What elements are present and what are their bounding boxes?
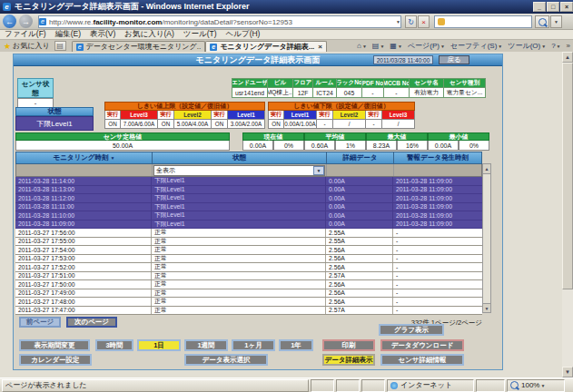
search-provider-icon [438,18,445,25]
url-text: http://www.re.facility-monitor.com/monit… [49,18,292,26]
home-icon[interactable]: ⌂▼ [357,42,367,50]
browser-scrollbar[interactable]: ▲ ▼ [562,52,573,377]
table-row[interactable]: 2011-03-27 17:51:00正常2.57A- [15,272,482,281]
data-detail-button[interactable]: データ詳細表示 [322,354,375,366]
header-time[interactable]: モニタリング時刻 ▼ [16,152,153,163]
table-scrollbar[interactable]: ▲ ▼ [482,163,491,313]
tools-menu[interactable]: ツール(O)▼ [508,41,546,51]
favorites-button[interactable]: お気に入り [13,41,50,51]
calendar-setting-button[interactable]: カレンダー設定 [19,354,92,366]
period-1day-button[interactable]: 1日 [137,339,181,351]
table-row[interactable]: 2011-03-28 11:10:00下限Level10.00A2011-03-… [15,211,482,220]
table-scroll-up-icon[interactable]: ▲ [483,164,490,174]
table-row[interactable]: 2011-03-27 17:47:00正常2.57A- [15,307,482,316]
tab-close-icon[interactable]: × [318,43,322,51]
status-message: ページが表示されました [2,379,309,392]
table-row[interactable]: 2011-03-27 17:49:00正常2.56A- [15,289,482,299]
prev-page-button[interactable]: 前ページ [19,317,61,328]
tab-favicon: e [210,44,217,51]
table-row[interactable]: 2011-03-27 17:50:00正常2.56A- [15,280,482,289]
back-icon[interactable]: ← [3,15,16,28]
scrollbar-thumb[interactable] [562,63,573,289]
stop-icon[interactable]: × [418,15,430,28]
table-row[interactable]: 2011-03-27 17:52:00正常2.56A- [15,263,482,272]
zoom-control[interactable]: 100% ▼ [507,379,565,392]
menu-tools[interactable]: ツール(T) [183,29,217,40]
feeds-icon[interactable]: ▤▼ [372,42,385,50]
menu-view[interactable]: 表示(V) [90,29,115,40]
help-icon[interactable]: ?▼ [551,42,560,50]
menu-help[interactable]: ヘルプ(H) [226,29,261,40]
page-menu[interactable]: ページ(P)▼ [408,41,445,51]
close-button[interactable]: × [560,2,573,12]
rated-value-box: センサ定格値 50.00A [15,132,230,151]
table-row[interactable]: 2011-03-27 17:48:00正常2.56A- [15,298,482,307]
sensor-info-table: エンドユーザ ビル フロア ルーム ラックNo PDF No MCCB No セ… [232,78,486,98]
sort-desc-icon: ▼ [111,155,115,161]
graph-display-button[interactable]: グラフ表示 [379,324,444,336]
sensor-info-value-row: usr141end MQ棟上... 12F ICT24 045 - - 有効電力… [232,88,486,98]
header-detail[interactable]: 詳細データ [327,152,394,163]
header-alarm[interactable]: 警報データ発生時刻 [394,152,481,163]
table-row[interactable]: 2011-03-28 11:12:00下限Level10.00A2011-03-… [15,194,482,203]
table-row[interactable]: 2011-03-28 11:13:00下限Level10.00A2011-03-… [15,186,482,195]
lower-threshold-title: しきい値下限（設定値／復旧値） [268,102,415,111]
table-row[interactable]: 2011-03-27 17:55:00正常2.55A- [15,238,482,247]
scroll-down-icon[interactable]: ▼ [562,367,573,377]
period-1week-button[interactable]: 1週間 [184,339,228,351]
col-sensor-type: センサ種別 [444,78,486,88]
tab-datacenter[interactable]: e データセンター環境モニタリング.. [72,41,206,53]
status-filter-select[interactable]: 全表示 ▼ [153,165,325,176]
safety-menu[interactable]: セーフティ(S)▼ [450,41,502,51]
period-change-button[interactable]: 表示期間変更 [19,339,90,351]
stat-current-label: 現在値 [242,132,304,141]
url-input[interactable]: e http://www.re.facility-monitor.com/mon… [38,15,401,28]
table-scroll-down-icon[interactable]: ▼ [483,303,490,312]
command-bar: ⌂▼ ▤▼ ▦▼ ページ(P)▼ セーフティ(S)▼ ツール(O)▼ ?▼ » [354,41,573,51]
security-zone: インターネット [387,379,474,392]
header-status[interactable]: 状態 [153,152,327,163]
maximize-button[interactable]: □ [547,2,559,12]
forward-icon[interactable]: → [19,15,33,28]
period-1month-button[interactable]: 1ヶ月 [232,339,275,351]
table-row[interactable]: 2011-03-28 11:14:00下限Level10.00A2011-03-… [15,177,482,186]
monitoring-data-table: モニタリング時刻 ▼ 状態 詳細データ 警報データ発生時刻 全表示 ▼ 2011… [15,152,482,315]
search-dropdown-icon[interactable]: ▼ [550,15,562,28]
data-display-select-button[interactable]: データ表示選択 [184,354,268,366]
tab-monitoring-detail[interactable]: e モニタリングデータ詳細表... × [205,41,327,53]
return-button[interactable]: 戻る [439,55,469,64]
menu-edit[interactable]: 編集(E) [55,29,81,40]
scroll-up-icon[interactable]: ▲ [562,52,573,63]
table-row[interactable]: 2011-03-27 17:53:00正常2.56A- [15,255,482,264]
stat-avg-label: 平均値 [304,132,366,141]
next-page-button[interactable]: 次のページ [66,317,117,328]
table-body: 2011-03-28 11:14:00下限Level10.00A2011-03-… [15,177,482,315]
tab-favicon: e [76,44,84,51]
table-row[interactable]: 2011-03-27 17:54:00正常2.56A- [15,246,482,255]
period-1year-button[interactable]: 1年 [279,339,313,351]
print-button[interactable]: 印刷 [322,339,375,351]
table-row[interactable]: 2011-03-27 17:56:00正常2.55A- [15,229,482,238]
refresh-icon[interactable]: ↻ [405,15,417,28]
sensor-detail-button[interactable]: センサ詳細情報 [380,354,464,366]
data-download-button[interactable]: データダウンロード [380,339,464,351]
url-dropdown-icon[interactable]: ▼ [396,19,400,24]
stat-max-label: 最大値 [366,132,428,141]
period-3h-button[interactable]: 3時間 [95,339,133,351]
search-input[interactable] [434,15,532,28]
status-header: 状態 [15,107,94,116]
col-rack: ラックNo [337,78,362,88]
lower-threshold-table: しきい値下限（設定値／復旧値） 実行 Level1 実行 Level2 実行 L… [268,102,415,129]
overflow-chevron-icon[interactable]: » [567,42,570,50]
menu-favorites[interactable]: お気に入り(A) [124,29,173,40]
combo-arrow-icon[interactable]: ▼ [313,166,324,175]
print-icon[interactable]: ▦▼ [390,42,402,50]
search-icon[interactable] [535,15,549,28]
col-mccb: MCCB No [384,78,410,88]
add-favorite-icon[interactable]: ▤ [54,41,66,51]
minimize-button[interactable]: _ [533,2,546,12]
table-row[interactable]: 2011-03-28 11:09:00下限Level10.00A2011-03-… [15,220,482,230]
favorites-star-icon[interactable]: ★ [4,42,11,51]
table-row[interactable]: 2011-03-28 11:11:00下限Level10.00A2011-03-… [15,203,482,212]
menu-file[interactable]: ファイル(F) [5,29,46,40]
